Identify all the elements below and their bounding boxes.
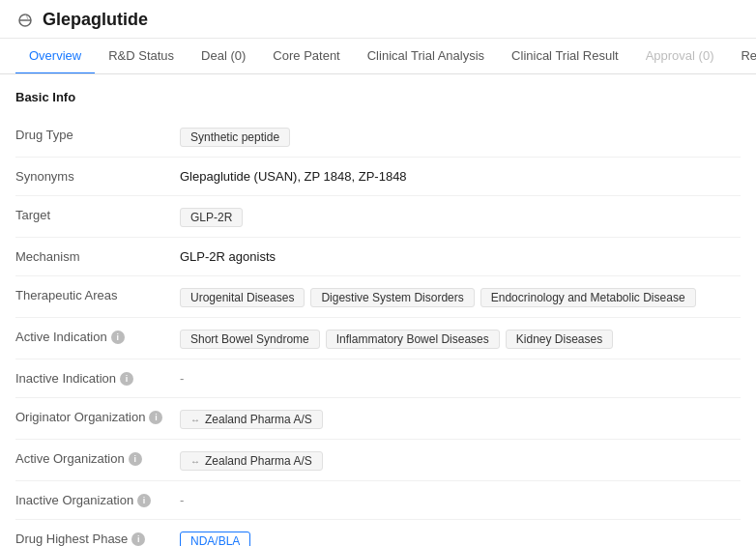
therapeutic-tag-1[interactable]: Digestive System Disorders [310,288,474,307]
inactive-indication-row: Inactive Indication i - [15,359,741,398]
tab-clinical-trial-result[interactable]: Clinical Trial Result [498,39,632,74]
mechanism-label: Mechanism [15,247,180,264]
active-indication-info-icon[interactable]: i [111,330,125,344]
drug-highest-phase-info-icon[interactable]: i [131,532,145,546]
active-org-info-icon[interactable]: i [129,452,142,466]
main-content: Basic Info Drug Type Synthetic peptide S… [0,74,756,546]
originator-org-tag[interactable]: ↔ Zealand Pharma A/S [180,410,323,429]
target-row: Target GLP-2R [15,196,741,238]
therapeutic-tag-0[interactable]: Urogenital Diseases [180,288,305,307]
active-org-row: Active Organization i ↔ Zealand Pharma A… [15,440,741,481]
tab-core-patent[interactable]: Core Patent [259,39,353,74]
synonyms-value: Glepaglutide (USAN), ZP 1848, ZP-1848 [180,167,741,184]
active-indication-tag-2[interactable]: Kidney Diseases [506,330,613,349]
active-org-label: Active Organization i [15,449,180,466]
target-tag[interactable]: GLP-2R [180,208,243,227]
tab-overview[interactable]: Overview [15,39,95,74]
active-org-value: ↔ Zealand Pharma A/S [180,449,741,471]
active-indication-row: Active Indication i Short Bowel Syndrome… [15,318,741,359]
target-value: GLP-2R [180,206,741,227]
drug-type-value: Synthetic peptide [180,126,741,147]
drug-type-label: Drug Type [15,126,180,142]
page-header: Glepaglutide [0,0,756,39]
tab-clinical-trial-analysis[interactable]: Clinical Trial Analysis [354,39,498,74]
mechanism-value: GLP-2R agonists [180,247,741,264]
inactive-org-info-icon[interactable]: i [137,494,151,507]
active-indication-tag-0[interactable]: Short Bowel Syndrome [180,330,320,349]
therapeutic-areas-label: Therapeutic Areas [15,286,180,302]
therapeutic-areas-value: Urogenital Diseases Digestive System Dis… [180,286,741,307]
drug-highest-phase-label: Drug Highest Phase i [15,530,180,546]
tab-regulation[interactable]: Regulation [727,39,756,74]
target-label: Target [15,206,180,222]
synonyms-row: Synonyms Glepaglutide (USAN), ZP 1848, Z… [15,158,741,196]
pill-icon [15,11,35,30]
drug-type-tag[interactable]: Synthetic peptide [180,128,290,147]
active-indication-value: Short Bowel Syndrome Inflammatory Bowel … [180,328,741,349]
drug-highest-phase-row: Drug Highest Phase i NDA/BLA [15,520,741,546]
tab-deal[interactable]: Deal (0) [188,39,259,74]
org-link-icon: ↔ [190,415,200,425]
inactive-org-value: - [180,491,741,507]
inactive-indication-label: Inactive Indication i [15,369,180,386]
therapeutic-areas-row: Therapeutic Areas Urogenital Diseases Di… [15,276,741,318]
drug-highest-phase-value: NDA/BLA [180,530,741,546]
tab-rd-status[interactable]: R&D Status [95,39,188,74]
drug-highest-phase-tag[interactable]: NDA/BLA [180,532,250,546]
originator-org-label: Originator Organization i [15,408,180,424]
therapeutic-tag-2[interactable]: Endocrinology and Metabolic Disease [480,288,696,307]
originator-org-row: Originator Organization i ↔ Zealand Phar… [15,398,741,440]
inactive-indication-value: - [180,369,741,386]
active-indication-tag-1[interactable]: Inflammatory Bowel Diseases [326,330,500,349]
originator-org-value: ↔ Zealand Pharma A/S [180,408,741,429]
inactive-org-label: Inactive Organization i [15,491,180,507]
drug-type-row: Drug Type Synthetic peptide [15,116,741,158]
synonyms-label: Synonyms [15,167,180,184]
mechanism-row: Mechanism GLP-2R agonists [15,238,741,276]
active-indication-label: Active Indication i [15,328,180,344]
page-title: Glepaglutide [43,10,148,30]
originator-org-info-icon[interactable]: i [149,411,162,424]
active-org-tag[interactable]: ↔ Zealand Pharma A/S [180,451,323,471]
nav-tabs: Overview R&D Status Deal (0) Core Patent… [0,39,756,74]
inactive-org-row: Inactive Organization i - [15,481,741,520]
org-link-icon-2: ↔ [190,456,200,467]
inactive-indication-info-icon[interactable]: i [120,372,133,386]
section-title: Basic Info [15,90,741,104]
tab-approval: Approval (0) [632,39,728,74]
